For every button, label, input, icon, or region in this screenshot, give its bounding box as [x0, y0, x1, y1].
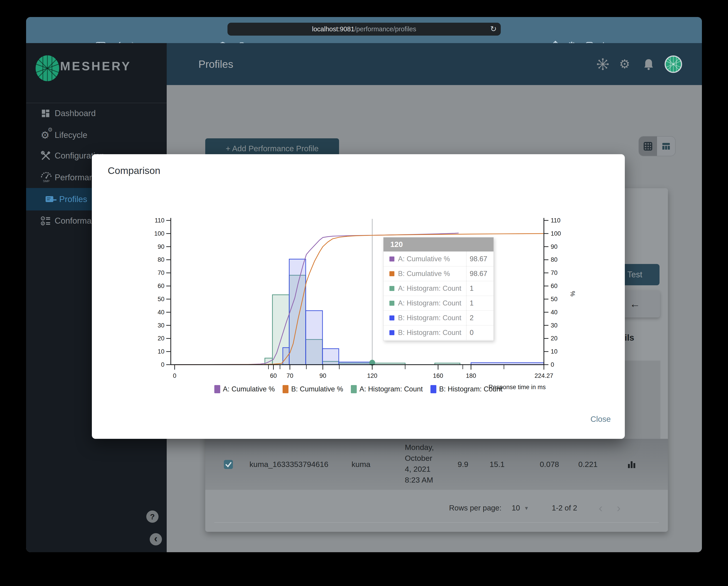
mesh-cell: kuma: [352, 439, 370, 490]
legend-swatch: [283, 385, 288, 393]
p99-cell: 0.221: [570, 439, 598, 490]
svg-text:80: 80: [551, 256, 557, 263]
grid-view-icon: [643, 141, 653, 151]
svg-text:100: 100: [551, 230, 561, 237]
svg-text:20: 20: [158, 335, 164, 342]
svg-text:✗: ✗: [42, 222, 44, 225]
row-checkbox[interactable]: [224, 439, 233, 490]
svg-text:30: 30: [551, 322, 557, 329]
svg-text:80: 80: [158, 256, 164, 263]
notifications-bell-icon[interactable]: [643, 43, 654, 85]
performance-icon: SMP: [41, 172, 55, 183]
tooltip-swatch: [389, 257, 394, 262]
close-modal-button[interactable]: Close: [591, 415, 611, 424]
help-button[interactable]: ?: [146, 510, 158, 523]
collapse-icon: ‹: [154, 532, 157, 544]
svg-text:60: 60: [158, 283, 164, 289]
svg-text:50: 50: [551, 296, 557, 302]
chart-tooltip: 120 A: Cumulative % 98.67 B: Cumulative …: [383, 237, 494, 341]
svg-text:70: 70: [158, 269, 164, 276]
svg-text:90: 90: [551, 243, 557, 250]
svg-text:70: 70: [286, 372, 293, 379]
tooltip-row: A: Histogram: Count 1: [384, 296, 494, 311]
rows-per-page-caret-icon[interactable]: ▾: [525, 505, 528, 512]
svg-text:160: 160: [433, 372, 443, 379]
collapse-sidebar-button[interactable]: ‹: [150, 533, 162, 545]
tooltip-x-value: 120: [390, 240, 403, 249]
legend-swatch: [214, 385, 220, 393]
table-view-button[interactable]: [657, 136, 675, 156]
sidebar-item-lifecycle[interactable]: ⚙⚙ Lifecycle: [26, 126, 167, 145]
view-chart-button[interactable]: [627, 439, 636, 490]
service-mesh-graph-icon[interactable]: [596, 43, 609, 85]
tooltip-swatch: [389, 316, 394, 320]
rows-per-page-label: Rows per page:: [449, 504, 501, 512]
duration-cell: 15.1: [482, 439, 504, 490]
sidebar-item-dashboard[interactable]: Dashboard: [26, 104, 167, 123]
legend-item[interactable]: B: Histogram: Count: [431, 385, 502, 393]
legend-item[interactable]: B: Cumulative %: [283, 385, 343, 393]
svg-text:180: 180: [466, 372, 476, 379]
svg-text:10: 10: [158, 348, 164, 355]
meshery-logo-icon[interactable]: [35, 55, 60, 82]
brand-name: MESHERY: [60, 59, 131, 73]
settings-gear-icon[interactable]: ⚙: [619, 43, 630, 85]
profiles-icon: [45, 195, 59, 204]
svg-text:110: 110: [155, 217, 164, 224]
modal-title: Comparison: [108, 165, 160, 176]
url-host: localhost:9081: [312, 25, 355, 33]
profile-name-cell: kuma_1633353794616: [250, 439, 329, 490]
tooltip-row: B: Histogram: Count 0: [384, 325, 494, 340]
table-view-icon: [661, 141, 671, 151]
svg-text:90: 90: [158, 243, 164, 250]
tooltip-swatch: [389, 286, 394, 291]
reload-icon[interactable]: ↻: [490, 24, 497, 33]
grid-view-button[interactable]: [639, 136, 657, 156]
browser-window: localhost:9081/performance/profiles ↻ ⚙ …: [26, 17, 702, 552]
sidebar-item-label: Profiles: [59, 194, 87, 204]
legend-swatch: [351, 385, 357, 393]
url-bar[interactable]: localhost:9081/performance/profiles ↻: [228, 23, 501, 35]
svg-text:110: 110: [551, 217, 561, 224]
svg-text:SMP: SMP: [43, 179, 49, 183]
svg-text:0: 0: [173, 372, 176, 379]
app-header: Profiles ⚙: [167, 43, 702, 85]
tooltip-row: B: Histogram: Count 2: [384, 311, 494, 325]
avatar[interactable]: [665, 43, 682, 85]
previous-page-button[interactable]: ‹: [599, 502, 603, 514]
legend-item[interactable]: A: Cumulative %: [214, 385, 275, 393]
bar-chart-icon: [627, 459, 636, 470]
rows-per-page-value[interactable]: 10: [512, 504, 520, 512]
date-cell: Monday, October 4, 2021 8:23 AM: [405, 442, 434, 485]
configuration-icon: [41, 151, 55, 161]
svg-text:60: 60: [551, 283, 557, 289]
svg-text:30: 30: [158, 322, 164, 329]
svg-text:20: 20: [551, 335, 557, 342]
legend-item[interactable]: A: Histogram: Count: [351, 385, 423, 393]
next-page-button[interactable]: ›: [617, 502, 621, 514]
help-icon: ?: [150, 512, 155, 521]
divider: [26, 103, 167, 103]
chart-legend: A: Cumulative % B: Cumulative % A: Histo…: [92, 385, 625, 393]
svg-text:0: 0: [551, 361, 554, 368]
legend-swatch: [431, 385, 436, 393]
lifecycle-icon: ⚙⚙: [41, 130, 55, 140]
svg-text:120: 120: [367, 372, 378, 379]
svg-text:90: 90: [319, 372, 326, 379]
svg-text:%: %: [569, 291, 576, 296]
tooltip-row: B: Cumulative % 98.67: [384, 266, 494, 281]
svg-text:70: 70: [551, 269, 557, 276]
pagination-range: 1-2 of 2: [552, 504, 577, 512]
tooltip-swatch: [389, 301, 394, 306]
tooltip-swatch: [389, 330, 394, 335]
dashboard-icon: [41, 108, 55, 118]
sidebar-item-label: Lifecycle: [55, 130, 87, 140]
tooltip-row: A: Histogram: Count 1: [384, 281, 494, 296]
url-path: /performance/profiles: [355, 25, 416, 33]
back-arrow-icon: ←: [630, 298, 640, 310]
conformance-icon: ✓ ✗: [41, 216, 55, 226]
svg-text:224.27: 224.27: [535, 372, 553, 379]
tooltip-row: A: Cumulative % 98.67: [384, 251, 494, 266]
tooltip-swatch: [389, 271, 394, 276]
svg-text:50: 50: [158, 296, 164, 302]
